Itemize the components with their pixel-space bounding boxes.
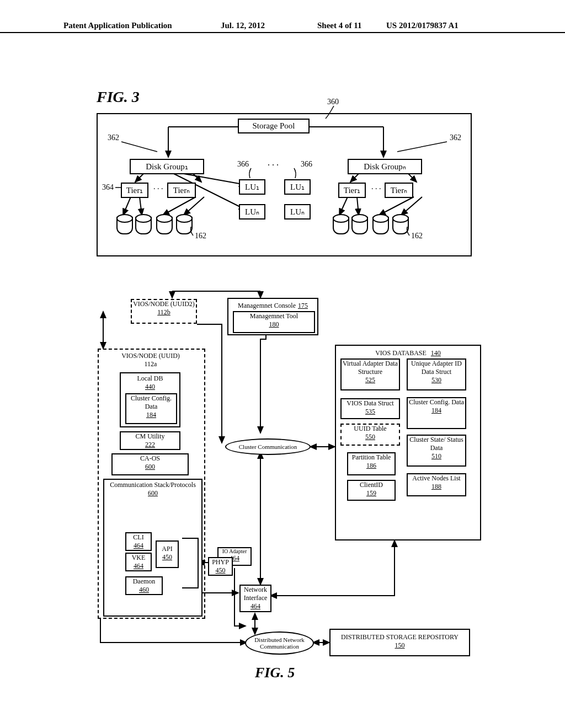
ccdata-ref: 184 [408, 406, 465, 415]
local-db: Local DB 440 Cluster Config. Data 184 [120, 372, 180, 427]
lu1-right-label: LU₁ [290, 183, 305, 191]
cluster-communication: Cluster Communication [225, 438, 311, 455]
vios-ds-ref: 535 [342, 408, 399, 416]
vios2-ref: 112b [132, 308, 196, 317]
cluster-comm-label: Cluster Communication [239, 443, 297, 450]
network-interface: Network Interface 464 [239, 585, 271, 612]
lu1-left: LU₁ [239, 179, 265, 195]
localdb-label: Local DB [121, 373, 179, 383]
figure-3: FIG. 3 [97, 97, 472, 256]
dsr-label: DISTRIBUTED STORAGE REPOSITORY [331, 630, 469, 641]
mgmt-tool-label: Managemnet Tool [234, 312, 314, 320]
svg-line-20 [401, 197, 422, 215]
api-ref: 450 [157, 553, 178, 561]
active-ref: 188 [408, 483, 465, 491]
svg-line-15 [163, 197, 196, 215]
tiern-right: Tierₙ [385, 183, 413, 198]
clientid-label: ClientID [348, 481, 395, 489]
distributed-storage-repository: DISTRIBUTED STORAGE REPOSITORY 150 [329, 629, 470, 656]
api-label: API [157, 542, 178, 553]
page-header: Patent Application Publication Jul. 12, … [0, 21, 565, 33]
clientid-ref: 159 [348, 489, 395, 497]
dots-tier-l: · · · [153, 185, 163, 194]
vios1-label: VIOS/NODE (UUID) [118, 352, 183, 360]
lun-right: LUₙ [284, 204, 311, 220]
vios1-ref: 112a [118, 360, 183, 368]
header-date: Jul. 12, 2012 [221, 21, 265, 30]
mgmt-console-label: Managemnet Console [238, 302, 296, 309]
svg-line-4 [121, 142, 157, 152]
phyp-ref: 450 [209, 566, 232, 575]
api-bus [182, 538, 199, 588]
vke: VKE 464 [125, 553, 152, 571]
vke-ref: 464 [126, 562, 151, 570]
ref-366-left: 366 [237, 160, 249, 169]
lun-left-label: LUₙ [245, 207, 259, 216]
daemon-label: Daemon [126, 577, 162, 586]
va-ds-label: Virtual Adapter Data Structure [342, 360, 399, 376]
fig5-title: FIG. 5 [255, 665, 295, 681]
vke-label: VKE [126, 554, 151, 562]
cylinder-icon [333, 217, 349, 235]
ref-162-left: 162 [195, 232, 206, 240]
cli-label: CLI [126, 533, 151, 542]
commstack-label: Communication Stack/Protocols [104, 480, 201, 489]
uuid-ref: 550 [342, 433, 399, 441]
ref-364: 364 [102, 183, 114, 192]
tiern-left-label: Tierₙ [173, 186, 190, 195]
ptable-ref: 186 [348, 462, 395, 470]
cylinder-icon [156, 217, 173, 235]
vios-node-2: VIOS/NODE (UUID2) 112b [131, 299, 197, 324]
lun-right-label: LUₙ [290, 207, 305, 216]
uuid-label: UUID Table [342, 425, 399, 433]
ua-ds-ref: 530 [408, 376, 465, 384]
dots-tier-r: · · · [371, 185, 381, 194]
viosdb-label: VIOS DATABASE [375, 349, 427, 357]
api: API 450 [156, 540, 179, 568]
cylinder-icon [116, 217, 133, 235]
disk-group-1-label: Disk Group₁ [146, 162, 188, 171]
tiern-left: Tierₙ [167, 183, 196, 198]
csdata-label: Cluster State/ Status Data [408, 436, 465, 452]
figure-5: Managemnet Console 175 Managemnet Tool 1… [89, 287, 487, 673]
ca-os: CA-OS 600 [111, 453, 189, 475]
disk-group-n: Disk Groupₙ [348, 159, 422, 174]
cylinder-icon [372, 217, 389, 235]
svg-line-19 [379, 197, 414, 215]
partition-table: Partition Table 186 [347, 452, 396, 475]
virtual-adapter-ds: Virtual Adapter Data Structure 525 [340, 358, 400, 390]
ccdata-label: Cluster Config. Data [408, 398, 465, 406]
svg-line-5 [397, 142, 447, 152]
header-publication: Patent Application Publication [63, 21, 172, 30]
cylinder-icon [176, 217, 193, 235]
ref-162-right: 162 [411, 232, 423, 240]
cluster-config-data: Cluster Config. Data 184 [125, 393, 177, 424]
tiern-right-label: Tierₙ [391, 186, 407, 195]
svg-line-17 [339, 197, 348, 215]
lu1-right: LU₁ [284, 179, 311, 195]
dsr-ref: 150 [331, 641, 469, 650]
cluster-config-data-db: Cluster Config. Data 184 [407, 397, 466, 429]
active-nodes-list: Active Nodes List 188 [407, 473, 466, 496]
cylinder-icon [351, 217, 368, 235]
svg-line-14 [140, 197, 142, 215]
ua-ds-label: Unique Adapter ID Data Struct [408, 360, 465, 376]
phyp-label: PHYP [209, 558, 232, 566]
vios-ds: VIOS Data Struct 535 [340, 398, 400, 419]
commstack-ref: 600 [104, 489, 201, 497]
svg-line-16 [184, 197, 204, 215]
disk-group-n-label: Disk Groupₙ [364, 162, 406, 171]
ref-366-right: 366 [301, 160, 312, 169]
dots-lu: · · · [268, 160, 279, 170]
storage-pool-label: Storage Pool [252, 121, 295, 130]
tier1-left: Tier₁ [121, 183, 148, 198]
daemon-ref: 460 [126, 586, 162, 594]
cylinder-icon [135, 217, 152, 235]
unique-adapter-ds: Unique Adapter ID Data Struct 530 [407, 358, 466, 390]
mgmt-tool-ref: 180 [234, 320, 314, 329]
netif-ref: 464 [241, 602, 270, 611]
header-sheet: Sheet 4 of 11 [317, 21, 361, 30]
tier1-right-label: Tier₁ [344, 186, 360, 195]
distributed-network-communication: Distributed Network Communication [245, 631, 314, 655]
caos-label: CA-OS [113, 454, 188, 463]
